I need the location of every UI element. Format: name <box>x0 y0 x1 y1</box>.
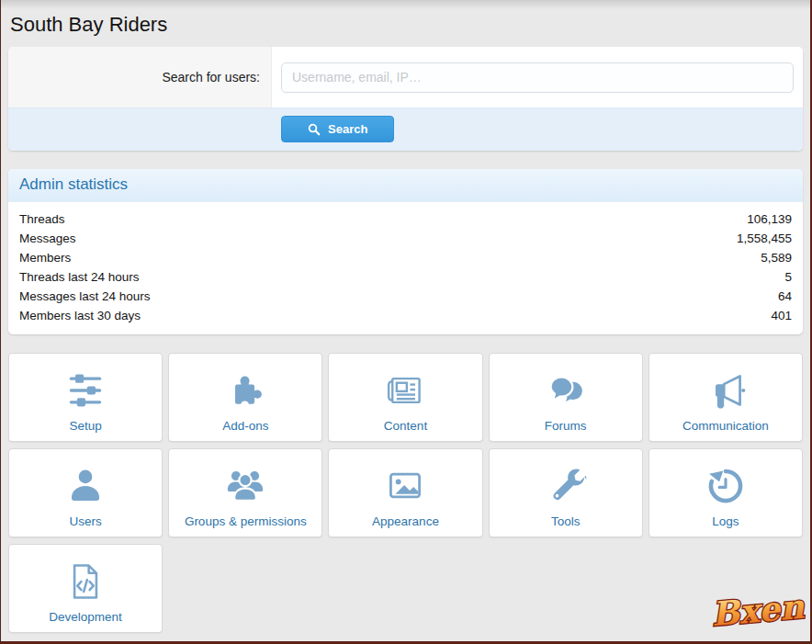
stat-row: Threads 106,139 <box>19 209 792 229</box>
stat-row: Messages 1,558,455 <box>19 229 792 248</box>
image-icon <box>384 459 426 513</box>
nav-tile-label: Logs <box>712 514 739 528</box>
nav-tiles: Setup Add-ons Content Forums <box>8 353 803 633</box>
newspaper-icon <box>384 364 426 417</box>
admin-statistics-title: Admin statistics <box>8 169 803 202</box>
search-form-footer: Search <box>8 107 803 151</box>
wrench-icon <box>545 459 587 513</box>
admin-statistics-panel: Admin statistics Threads 106,139 Message… <box>8 169 803 334</box>
nav-tile-users[interactable]: Users <box>8 448 163 537</box>
watermark-text: Bxen <box>710 587 806 634</box>
stat-row: Threads last 24 hours 5 <box>19 267 792 287</box>
nav-tile-label: Add-ons <box>222 419 268 433</box>
stat-label: Members <box>19 248 71 267</box>
stat-label: Threads last 24 hours <box>19 267 140 287</box>
puzzle-icon <box>224 364 266 417</box>
nav-tile-tools[interactable]: Tools <box>489 448 643 537</box>
stat-value: 401 <box>771 306 792 325</box>
nav-tile-label: Forums <box>545 419 587 433</box>
search-input-cell <box>272 47 803 107</box>
nav-tile-development[interactable]: Development <box>8 544 163 633</box>
nav-tile-logs[interactable]: Logs <box>648 448 803 537</box>
nav-tile-communication[interactable]: Communication <box>648 353 803 442</box>
nav-tile-label: Development <box>49 610 122 624</box>
nav-tile-label: Communication <box>682 419 769 433</box>
nav-tile-groups-permissions[interactable]: Groups & permissions <box>168 448 322 537</box>
nav-tile-setup[interactable]: Setup <box>8 353 163 442</box>
stat-value: 1,558,455 <box>737 229 792 248</box>
nav-tile-label: Appearance <box>372 514 439 528</box>
search-form-row: Search for users: <box>8 47 803 107</box>
code-file-icon <box>64 555 107 608</box>
nav-tile-forums[interactable]: Forums <box>489 353 643 442</box>
stat-row: Members 5,589 <box>19 248 792 267</box>
admin-statistics-body: Threads 106,139 Messages 1,558,455 Membe… <box>8 202 803 334</box>
megaphone-icon <box>705 364 747 417</box>
nav-tile-label: Content <box>384 419 427 433</box>
page-title: South Bay Riders <box>1 0 810 47</box>
nav-tile-label: Setup <box>69 419 101 433</box>
nav-tile-add-ons[interactable]: Add-ons <box>168 353 322 442</box>
magnifier-icon <box>308 123 321 136</box>
stat-row: Messages last 24 hours 64 <box>19 287 792 306</box>
user-search-form: Search for users: Search <box>8 47 803 151</box>
watermark-logo: Bxen <box>710 584 806 639</box>
stat-label: Threads <box>19 209 65 229</box>
search-button-label: Search <box>328 122 367 136</box>
nav-tile-content[interactable]: Content <box>328 353 482 442</box>
nav-tile-label: Tools <box>551 514 581 528</box>
stat-row: Members last 30 days 401 <box>19 306 792 325</box>
history-icon <box>705 459 747 513</box>
nav-tile-label: Groups & permissions <box>185 514 307 528</box>
nav-tile-appearance[interactable]: Appearance <box>328 448 482 537</box>
search-label: Search for users: <box>8 47 272 107</box>
stat-value: 106,139 <box>747 209 792 229</box>
stat-label: Members last 30 days <box>19 306 141 325</box>
stat-label: Messages last 24 hours <box>19 287 151 306</box>
user-icon <box>64 459 107 513</box>
search-input[interactable] <box>281 62 794 93</box>
search-button[interactable]: Search <box>281 116 394 142</box>
sliders-icon <box>64 364 107 417</box>
stat-label: Messages <box>19 229 76 248</box>
users-group-icon <box>224 459 266 513</box>
stat-value: 64 <box>778 287 792 306</box>
stat-value: 5 <box>784 267 792 287</box>
comments-icon <box>545 364 587 417</box>
nav-tile-label: Users <box>69 514 101 528</box>
stat-value: 5,589 <box>761 248 792 267</box>
